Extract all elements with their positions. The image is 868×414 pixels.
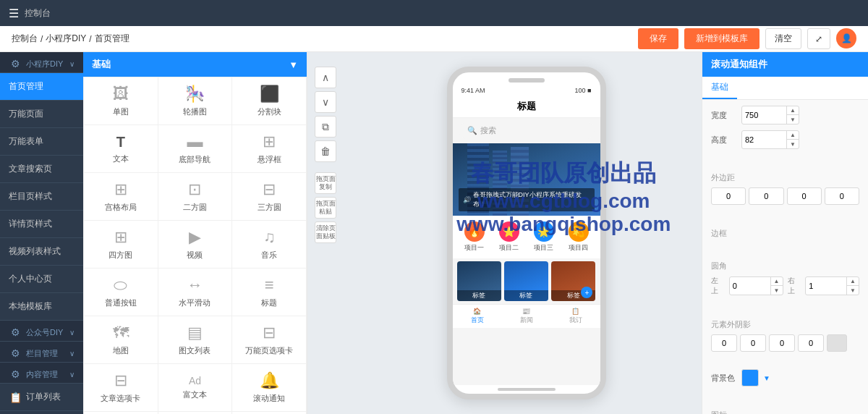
component-two-cols[interactable]: ⊡ 二方圆 bbox=[158, 173, 232, 220]
four-cols-icon: ⊞ bbox=[114, 228, 127, 247]
component-float-box[interactable]: ⊞ 悬浮框 bbox=[232, 125, 306, 172]
sidebar-item-universal-page[interactable]: 万能页面 bbox=[0, 101, 83, 128]
sidebar-item-universal-form[interactable]: 万能表单 bbox=[0, 128, 83, 156]
save-button[interactable]: 保存 bbox=[638, 28, 678, 49]
filter-icon[interactable]: ▼ bbox=[289, 59, 298, 70]
search-icon: 🔍 bbox=[467, 126, 477, 135]
shadow-y-input[interactable]: 0 bbox=[740, 334, 766, 352]
component-grid-layout[interactable]: ⊞ 宫格布局 bbox=[84, 173, 158, 220]
phone-icon-3[interactable]: 🌟 项目三 bbox=[534, 221, 554, 253]
radius-top-right-input[interactable]: 1 ▲ ▼ bbox=[805, 276, 859, 295]
shadow-blur-input[interactable]: 0 bbox=[769, 334, 795, 352]
right-panel-section-shadow: 元素外阴影 0 0 0 0 bbox=[702, 308, 868, 363]
sidebar-item-profile-page[interactable]: 个人中心页 bbox=[0, 266, 83, 293]
button-icon: ⬭ bbox=[114, 276, 127, 295]
carousel-icon: 🎠 bbox=[185, 85, 205, 104]
icon-circle-1: 🔥 bbox=[464, 221, 485, 242]
component-universal-tabs[interactable]: ⊟ 万能页选项卡 bbox=[232, 316, 306, 363]
breadcrumb-item-2[interactable]: 小程序DIY bbox=[46, 33, 86, 45]
component-button[interactable]: ⬭ 普通按钮 bbox=[84, 269, 158, 316]
radius-tl-down[interactable]: ▼ bbox=[771, 286, 783, 295]
margin-top-input[interactable]: 0 bbox=[711, 187, 746, 205]
component-scroll-notice[interactable]: 🔔 滚动通知 bbox=[232, 364, 306, 411]
new-template-button[interactable]: 新增到模板库 bbox=[684, 28, 760, 49]
component-bottom-nav[interactable]: ▬ 底部导航 bbox=[158, 125, 232, 172]
margin-label: 外边距 bbox=[711, 172, 859, 183]
icon-circle-2: ⭐ bbox=[499, 221, 519, 242]
expand-button[interactable]: ⤢ bbox=[807, 28, 830, 49]
phone-speaker bbox=[509, 78, 545, 83]
component-horizontal-scroll[interactable]: ↔ 水平滑动 bbox=[158, 269, 232, 316]
phone-image-3: 标签 + bbox=[551, 261, 595, 301]
sidebar-item-column-style[interactable]: 栏目页样式 bbox=[0, 183, 83, 211]
component-map[interactable]: 🗺 地图 bbox=[84, 316, 158, 363]
phone-nav-orders[interactable]: 📋 我订 bbox=[569, 308, 582, 325]
move-down-button[interactable]: ∨ bbox=[315, 91, 336, 113]
remove-page-button[interactable]: 清除页面贴板 bbox=[315, 221, 336, 243]
margin-left-input[interactable]: 0 bbox=[825, 187, 859, 205]
component-single-image[interactable]: 🖼 单图 bbox=[84, 77, 158, 124]
tab-basic[interactable]: 基础 bbox=[702, 77, 737, 99]
sidebar-item-column-mgmt[interactable]: ⚙ 栏目管理 ∨ bbox=[0, 342, 83, 363]
component-title[interactable]: ≡ 标题 bbox=[232, 269, 306, 316]
scroll-icon: ↔ bbox=[187, 276, 203, 295]
breadcrumb-item-1[interactable]: 控制台 bbox=[12, 33, 38, 45]
phone-search-bar[interactable]: 🔍 搜索 bbox=[459, 122, 595, 139]
phone-icon-1[interactable]: 🔥 项目一 bbox=[464, 221, 485, 253]
delete-component-button[interactable]: 🗑 bbox=[315, 140, 336, 162]
width-input[interactable]: 750 ▲ ▼ bbox=[741, 106, 799, 124]
copy-page-button[interactable]: 拖页面复制 bbox=[315, 172, 336, 194]
shadow-spread-input[interactable]: 0 bbox=[798, 334, 824, 352]
sidebar-item-homepage[interactable]: 首页管理 bbox=[0, 73, 83, 101]
phone-nav-home[interactable]: 🏠 首页 bbox=[471, 308, 484, 325]
component-rich-text[interactable]: Ad 富文本 bbox=[158, 364, 232, 411]
sidebar-item-wechat-diy[interactable]: ⚙ 公众号DIY ∨ bbox=[0, 321, 83, 342]
phone-bottom-nav: 🏠 首页 📰 新闻 📋 我订 bbox=[453, 304, 600, 328]
breadcrumb-item-3[interactable]: 首页管理 bbox=[95, 33, 129, 45]
radius-tr-up[interactable]: ▲ bbox=[847, 277, 859, 286]
sidebar-item-local-templates[interactable]: 本地模板库 bbox=[0, 293, 83, 321]
width-down-arrow[interactable]: ▼ bbox=[787, 115, 799, 124]
clear-button[interactable]: 清空 bbox=[765, 28, 801, 49]
sidebar-item-article-search[interactable]: 文章搜索页 bbox=[0, 156, 83, 183]
margin-right-input[interactable]: 0 bbox=[749, 187, 783, 205]
margin-bottom-input[interactable]: 0 bbox=[787, 187, 822, 205]
paste-page-button[interactable]: 拖页面粘贴 bbox=[315, 197, 336, 219]
phone-icon-2[interactable]: ⭐ 项目二 bbox=[499, 221, 519, 253]
menu-icon[interactable]: ☰ bbox=[9, 7, 19, 20]
sidebar-item-members[interactable]: 👥 会员列表 bbox=[0, 411, 83, 414]
sidebar-item-content-mgmt[interactable]: ⚙ 内容管理 ∨ bbox=[0, 363, 83, 384]
component-three-cols[interactable]: ⊟ 三方圆 bbox=[232, 173, 306, 220]
move-up-button[interactable]: ∧ bbox=[315, 67, 336, 88]
bgcolor-swatch[interactable] bbox=[741, 369, 759, 386]
radius-tl-up[interactable]: ▲ bbox=[771, 277, 783, 286]
height-input[interactable]: 82 ▲ ▼ bbox=[741, 130, 799, 149]
component-image-list[interactable]: ▤ 图文列表 bbox=[158, 316, 232, 363]
shadow-color-picker[interactable] bbox=[827, 334, 847, 352]
component-divider[interactable]: ⬛ 分割块 bbox=[232, 77, 306, 124]
divider-icon: ⬛ bbox=[260, 85, 279, 104]
copy-component-button[interactable]: ⧉ bbox=[315, 116, 336, 138]
phone-status-bar: 9:41 AM 100 ■ bbox=[453, 85, 600, 96]
sidebar-item-video-list-style[interactable]: 视频列表样式 bbox=[0, 238, 83, 266]
component-music[interactable]: ♫ 音乐 bbox=[232, 221, 306, 268]
shadow-x-input[interactable]: 0 bbox=[711, 334, 737, 352]
radius-tr-down[interactable]: ▼ bbox=[847, 286, 859, 295]
phone-icon-4[interactable]: 💫 项目四 bbox=[569, 221, 589, 253]
sidebar-item-detail-style[interactable]: 详情页样式 bbox=[0, 211, 83, 238]
avatar[interactable]: 👤 bbox=[836, 28, 856, 48]
height-up-arrow[interactable]: ▲ bbox=[787, 131, 799, 140]
component-video[interactable]: ▶ 视频 bbox=[158, 221, 232, 268]
sidebar-item-miniprogram-diy[interactable]: ⚙ 小程序DIY ∨ bbox=[0, 52, 83, 73]
image-list-icon: ▤ bbox=[187, 324, 203, 342]
width-up-arrow[interactable]: ▲ bbox=[787, 106, 799, 115]
radius-top-left-input[interactable]: 0 ▲ ▼ bbox=[729, 276, 783, 295]
top-nav: ☰ 控制台 bbox=[0, 0, 868, 26]
height-down-arrow[interactable]: ▼ bbox=[787, 140, 799, 148]
sidebar-item-orders[interactable]: 📋 订单列表 bbox=[0, 384, 83, 411]
component-four-cols[interactable]: ⊞ 四方图 bbox=[84, 221, 158, 268]
component-carousel[interactable]: 🎠 轮播图 bbox=[158, 77, 232, 124]
component-article-tabs[interactable]: ⊟ 文章选项卡 bbox=[84, 364, 158, 411]
component-text[interactable]: T 文本 bbox=[84, 125, 158, 172]
phone-nav-news[interactable]: 📰 新闻 bbox=[520, 308, 533, 325]
